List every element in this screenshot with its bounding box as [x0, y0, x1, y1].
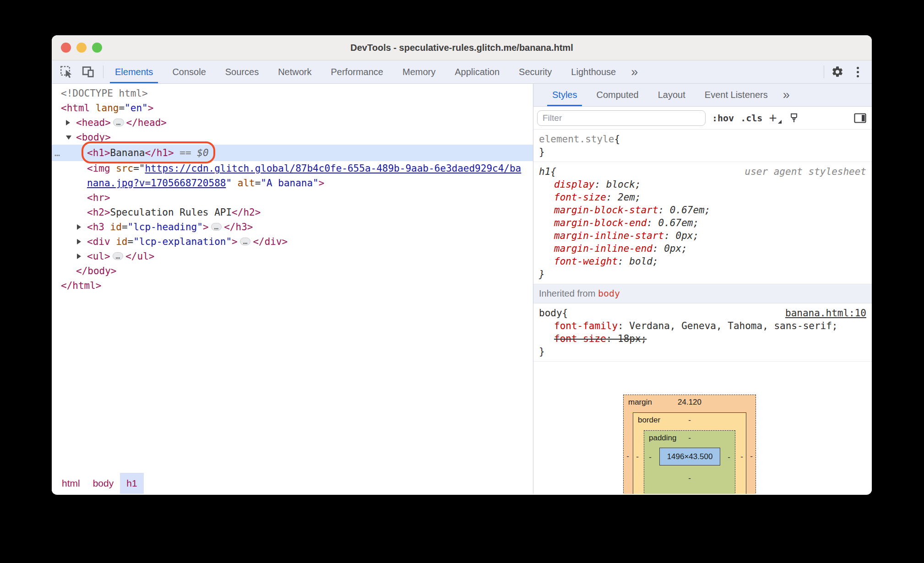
expand-arrow-icon[interactable]	[77, 239, 81, 244]
tab-performance[interactable]: Performance	[321, 60, 393, 83]
css-property-row[interactable]: display: block;	[539, 178, 866, 191]
brush-icon[interactable]	[787, 109, 801, 127]
inherited-node-link[interactable]: body	[598, 288, 620, 299]
style-rule-h1: h1 {user agent stylesheetdisplay: block;…	[533, 162, 872, 284]
kebab-menu-icon[interactable]	[849, 63, 866, 81]
expand-children-button[interactable]: …	[211, 223, 222, 231]
expand-children-button[interactable]: …	[113, 119, 124, 126]
dom-tree-row[interactable]: <ul>…</ul>	[52, 249, 533, 264]
rule-source-link[interactable]: banana.html:10	[785, 307, 866, 319]
dom-tree-row[interactable]: <!DOCTYPE html>	[52, 86, 533, 101]
tab-sources[interactable]: Sources	[216, 60, 268, 83]
dom-token-text: Banana	[110, 147, 145, 158]
breadcrumb-item-h1[interactable]: h1	[120, 473, 143, 494]
rule-origin-label: user agent stylesheet	[745, 165, 866, 178]
tab-console[interactable]: Console	[163, 60, 215, 83]
border-top-value[interactable]: -	[633, 416, 746, 425]
sidebar-tab-layout[interactable]: Layout	[648, 84, 695, 106]
toggle-pseudo-state-button[interactable]: :hov	[712, 113, 734, 124]
dom-token-tag: <html	[61, 103, 90, 114]
minimize-window-button[interactable]	[76, 43, 87, 53]
sidebar-tab-event-listeners[interactable]: Event Listeners	[695, 84, 777, 106]
breadcrumb-item-html[interactable]: html	[55, 473, 87, 494]
border-right-value[interactable]: -	[739, 452, 745, 461]
rule-selector[interactable]: element.style	[539, 133, 614, 146]
dom-tree-row[interactable]: <html lang="en">	[52, 101, 533, 115]
window-titlebar[interactable]: DevTools - speculative-rules.glitch.me/b…	[52, 35, 872, 60]
tab-network[interactable]: Network	[268, 60, 321, 83]
inspect-element-icon[interactable]	[58, 63, 76, 81]
dom-token-eq: =	[119, 103, 125, 114]
dom-tree-row[interactable]: <head>…</head>	[52, 115, 533, 130]
css-property-row[interactable]: margin-block-start: 0.67em;	[539, 204, 866, 217]
expand-arrow-icon[interactable]	[77, 224, 81, 230]
close-window-button[interactable]	[61, 43, 71, 53]
padding-left-value[interactable]: -	[647, 453, 653, 462]
dom-tree-row[interactable]: </html>	[52, 278, 533, 293]
css-property-row[interactable]: font-size: 18px;	[539, 332, 866, 345]
dom-token-link[interactable]: https://cdn.glitch.global/87b4c0fe-655a-…	[145, 163, 521, 174]
dom-tree-row[interactable]: <hr>	[52, 190, 533, 205]
toggle-sidebar-icon[interactable]	[853, 109, 867, 127]
css-property-row[interactable]: margin-block-end: 0.67em;	[539, 217, 866, 229]
padding-right-value[interactable]: -	[726, 453, 732, 462]
dom-tree-row[interactable]: <h2>Speculation Rules API</h2>	[52, 205, 533, 220]
tab-memory[interactable]: Memory	[393, 60, 445, 83]
settings-gear-icon[interactable]	[829, 63, 846, 81]
tab-application[interactable]: Application	[445, 60, 509, 83]
dom-tree-row[interactable]: nana.jpg?v=1705668720588" alt="A banana"…	[52, 176, 533, 190]
tab-lighthouse[interactable]: Lighthouse	[561, 60, 625, 83]
new-style-rule-icon[interactable]: +	[769, 114, 781, 123]
dom-token-tag: >	[148, 103, 154, 114]
margin-top-value[interactable]: 24.120	[624, 398, 756, 407]
expand-children-button[interactable]: …	[113, 252, 124, 260]
dom-tree-row[interactable]: <h3 id="lcp-heading">…</h3>	[52, 220, 533, 234]
padding-top-value[interactable]: -	[644, 433, 735, 443]
rule-selector[interactable]: body	[539, 307, 562, 319]
box-model-border[interactable]: border - - - - padding - - - - 14	[633, 412, 746, 494]
box-model-diagram[interactable]: margin 24.120 - - border - - - - padding	[623, 395, 756, 494]
tab-security[interactable]: Security	[509, 60, 561, 83]
collapse-arrow-icon[interactable]	[66, 135, 71, 140]
zoom-window-button[interactable]	[92, 43, 102, 53]
expand-arrow-icon[interactable]	[77, 254, 81, 259]
dom-tree-row[interactable]: <img src="https://cdn.glitch.global/87b4…	[52, 161, 533, 176]
css-property-row[interactable]: font-size: 2em;	[539, 191, 866, 204]
more-panels-button[interactable]: »	[625, 60, 643, 83]
device-toolbar-icon[interactable]	[80, 63, 98, 81]
padding-bottom-value[interactable]: -	[686, 474, 693, 483]
style-rule-body: body {banana.html:10font-family: Verdana…	[533, 303, 872, 362]
toggle-class-button[interactable]: .cls	[740, 113, 762, 124]
css-property-row[interactable]: margin-inline-end: 0px;	[539, 242, 866, 255]
border-left-value[interactable]: -	[634, 452, 641, 461]
dom-tree-row[interactable]: </body>	[52, 264, 533, 278]
css-property-row[interactable]: font-weight: bold;	[539, 255, 866, 268]
expand-children-button[interactable]: …	[240, 238, 251, 245]
dom-token-link[interactable]: nana.jpg?v=1705668720588	[87, 178, 226, 189]
dom-token-tag: <h2>	[87, 207, 110, 218]
css-property-row[interactable]: font-family: Verdana, Geneva, Tahoma, sa…	[539, 319, 866, 332]
screen-background: DevTools - speculative-rules.glitch.me/b…	[0, 0, 924, 563]
dom-tree-row[interactable]: …<h1>Banana</h1> == $0	[52, 145, 533, 161]
more-sidebar-tabs-button[interactable]: »	[777, 84, 795, 106]
dom-token-gray: <!DOCTYPE html>	[61, 88, 148, 99]
margin-left-value[interactable]: -	[625, 452, 631, 461]
row-menu-dots-icon[interactable]: …	[54, 145, 60, 161]
css-property-row[interactable]: margin-inline-start: 0px;	[539, 229, 866, 242]
toolbar-separator	[824, 65, 824, 78]
box-model-margin[interactable]: margin 24.120 - - border - - - - padding	[623, 395, 756, 494]
dom-tree-row[interactable]: <div id="lcp-explanation">…</div>	[52, 234, 533, 249]
rule-selector[interactable]: h1	[539, 165, 550, 178]
sidebar-tab-styles[interactable]: Styles	[543, 84, 587, 106]
dom-token-dollar: $0	[197, 147, 208, 158]
box-model-content[interactable]: 1496×43.500	[659, 448, 720, 466]
tab-elements[interactable]: Elements	[105, 60, 163, 83]
box-model-padding[interactable]: padding - - - - 1496×43.500	[644, 430, 735, 494]
styles-filter-input[interactable]	[537, 110, 706, 126]
dom-token-eq: =	[255, 178, 261, 189]
margin-right-value[interactable]: -	[748, 452, 755, 461]
sidebar-tab-computed[interactable]: Computed	[587, 84, 648, 106]
dom-tree-row[interactable]: <body>	[52, 130, 533, 145]
expand-arrow-icon[interactable]	[66, 120, 70, 125]
breadcrumb-item-body[interactable]: body	[87, 473, 120, 494]
